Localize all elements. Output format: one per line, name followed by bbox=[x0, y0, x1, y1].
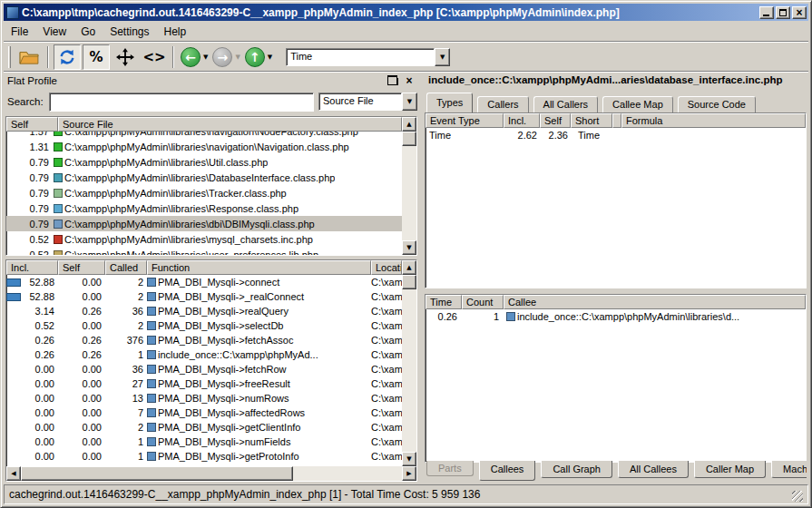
column-header-self[interactable]: Self bbox=[540, 113, 571, 128]
grouping-dropdown-button[interactable]: ▼ bbox=[402, 93, 417, 111]
column-header-called[interactable]: Called bbox=[105, 260, 147, 275]
flat-profile-panel: Flat Profile × Search: Source File ▼ Sel… bbox=[4, 73, 419, 483]
function-hscrollbar[interactable]: ◀ ▶ bbox=[6, 466, 416, 481]
vscroll-track[interactable] bbox=[402, 289, 416, 452]
function-row[interactable]: 0.000.0036PMA_DBI_Mysqli->fetchRowC:\xam… bbox=[6, 362, 402, 376]
tab-callers[interactable]: Callers bbox=[477, 96, 528, 112]
function-row[interactable]: 0.000.002PMA_DBI_Mysqli->getClientInfoC:… bbox=[6, 420, 402, 435]
column-header-function[interactable]: Function bbox=[147, 260, 371, 275]
minimize-button[interactable] bbox=[759, 6, 774, 19]
menu-settings[interactable]: Settings bbox=[103, 24, 156, 40]
move-button[interactable] bbox=[112, 44, 139, 70]
tab-types[interactable]: Types bbox=[426, 93, 473, 112]
grouping-selector[interactable]: Source File ▼ bbox=[318, 93, 417, 111]
back-button[interactable]: ← bbox=[181, 47, 201, 67]
function-row[interactable]: 0.520.002PMA_DBI_Mysqli->selectDbC:\xamp… bbox=[6, 318, 402, 333]
event-type-selector[interactable]: Time ▼ bbox=[286, 48, 450, 66]
column-header-incl[interactable]: Incl. bbox=[6, 260, 58, 275]
scroll-left-button[interactable]: ◀ bbox=[6, 466, 21, 481]
event-type-row[interactable]: Time 2.62 2.36 Time bbox=[426, 128, 806, 142]
search-input[interactable] bbox=[49, 93, 314, 112]
function-row[interactable]: 3.140.2636PMA_DBI_Mysqli->realQueryC:\xa… bbox=[6, 304, 402, 318]
function-cell: PMA_DBI_Mysqli->getClientInfo bbox=[147, 422, 371, 433]
function-row[interactable]: 52.880.002PMA_DBI_Mysqli->_realConnectC:… bbox=[6, 289, 402, 304]
scroll-right-button[interactable]: ▶ bbox=[402, 466, 416, 481]
source-file-row[interactable]: 0.79C:\xampp\phpMyAdmin\libraries\Tracke… bbox=[6, 185, 402, 200]
column-header-event-type[interactable]: Event Type bbox=[426, 113, 504, 128]
source-file-row[interactable]: 1.57C:\xampp\phpMyAdmin\libraries\naviga… bbox=[6, 132, 402, 139]
self-cost-value: 0.26 bbox=[58, 306, 105, 317]
column-header-formula[interactable]: Formula bbox=[621, 113, 806, 128]
self-cost-value: 0.52 bbox=[6, 249, 54, 256]
forward-dropdown-caret[interactable]: ▼ bbox=[235, 54, 240, 61]
back-dropdown-caret[interactable]: ▼ bbox=[203, 54, 208, 61]
up-dropdown-caret[interactable]: ▼ bbox=[268, 54, 272, 61]
source-file-row[interactable]: 0.52C:\xampp\phpMyAdmin\libraries\mysql_… bbox=[6, 231, 402, 247]
scroll-up-button[interactable]: ▲ bbox=[402, 117, 416, 132]
self-cost-value: 0.00 bbox=[58, 422, 105, 433]
tab-call-graph[interactable]: Call Graph bbox=[541, 461, 612, 478]
vscroll-thumb[interactable] bbox=[402, 132, 416, 146]
tab-callees[interactable]: Callees bbox=[479, 461, 536, 481]
source-file-row[interactable]: 1.31C:\xampp\phpMyAdmin\libraries\naviga… bbox=[6, 139, 402, 154]
scroll-down-button[interactable]: ▼ bbox=[402, 240, 416, 255]
tab-caller-map[interactable]: Caller Map bbox=[694, 461, 766, 478]
forward-button[interactable]: → bbox=[212, 47, 232, 67]
column-header-time[interactable]: Time bbox=[426, 295, 462, 309]
function-row[interactable]: 0.000.007PMA_DBI_Mysqli->affectedRowsC:\… bbox=[6, 405, 402, 420]
maximize-button[interactable] bbox=[776, 6, 790, 19]
vscroll-track[interactable] bbox=[402, 146, 416, 240]
open-file-button[interactable] bbox=[15, 44, 43, 70]
up-button[interactable]: ↑ bbox=[245, 47, 265, 67]
event-type-dropdown-button[interactable]: ▼ bbox=[435, 48, 450, 66]
column-header-callee[interactable]: Callee bbox=[504, 295, 806, 309]
tab-all-callers[interactable]: All Callers bbox=[533, 96, 599, 112]
title-bar[interactable]: C:\xampp\tmp\cachegrind.out.1416463299-C… bbox=[4, 4, 808, 21]
source-file-row[interactable]: 0.79C:\xampp\phpMyAdmin\libraries\Databa… bbox=[6, 170, 402, 185]
callee-row[interactable]: 0.26 1 include_once::C:\xampp\phpMyAdmin… bbox=[426, 309, 806, 324]
function-row[interactable]: 0.000.001PMA_DBI_Mysqli->getProtoInfoC:\… bbox=[6, 449, 402, 464]
source-file-row[interactable]: 0.79C:\xampp\phpMyAdmin\libraries\Respon… bbox=[6, 200, 402, 216]
source-file-row[interactable]: 0.79C:\xampp\phpMyAdmin\libraries\dbi\DB… bbox=[6, 216, 402, 231]
column-header-self[interactable]: Self bbox=[58, 260, 105, 275]
vscroll-thumb[interactable] bbox=[402, 275, 416, 289]
function-row[interactable]: 0.260.261include_once::C:\xampp\phpMyAd.… bbox=[6, 347, 402, 362]
dock-close-button[interactable]: × bbox=[403, 74, 416, 86]
cycle-detection-button[interactable]: <> bbox=[141, 44, 168, 70]
source-file-vscrollbar[interactable]: ▲ ▼ bbox=[402, 117, 416, 255]
relative-percent-button[interactable]: % bbox=[83, 44, 110, 70]
resize-grip[interactable] bbox=[792, 491, 803, 502]
toolbar-handle[interactable] bbox=[8, 46, 11, 68]
column-header-location[interactable]: Location bbox=[371, 260, 402, 275]
close-button[interactable]: × bbox=[792, 6, 807, 19]
column-header-incl[interactable]: Incl. bbox=[504, 113, 540, 128]
scroll-down-button[interactable]: ▼ bbox=[402, 452, 416, 466]
column-header-count[interactable]: Count bbox=[462, 295, 504, 309]
function-row[interactable]: 0.000.001PMA_DBI_Mysqli->numFieldsC:\xam… bbox=[6, 435, 402, 449]
tab-source-code[interactable]: Source Code bbox=[678, 96, 756, 112]
column-header-spacer[interactable] bbox=[612, 113, 621, 128]
menu-help[interactable]: Help bbox=[157, 24, 194, 40]
hscroll-track[interactable] bbox=[293, 466, 402, 481]
tab-callee-map[interactable]: Callee Map bbox=[602, 96, 673, 112]
column-header-short[interactable]: Short bbox=[571, 113, 612, 128]
column-header-self[interactable]: Self bbox=[6, 117, 58, 132]
scroll-up-button[interactable]: ▲ bbox=[402, 260, 416, 275]
column-header-source-file[interactable]: Source File bbox=[58, 117, 402, 132]
function-row[interactable]: 0.260.26376PMA_DBI_Mysqli->fetchAssocC:\… bbox=[6, 333, 402, 347]
tab-machine[interactable]: Machine bbox=[771, 461, 807, 478]
source-file-row[interactable]: 0.52C:\xampp\phpMyAdmin\libraries\user_p… bbox=[6, 247, 402, 255]
tab-all-callees[interactable]: All Callees bbox=[618, 461, 689, 478]
source-file-row[interactable]: 0.79C:\xampp\phpMyAdmin\libraries\Util.c… bbox=[6, 154, 402, 170]
dock-float-button[interactable] bbox=[386, 74, 399, 86]
refresh-button[interactable] bbox=[54, 44, 81, 70]
function-row[interactable]: 0.000.0013PMA_DBI_Mysqli->numRowsC:\xamp… bbox=[6, 391, 402, 405]
function-row[interactable]: 0.000.0027PMA_DBI_Mysqli->freeResultC:\x… bbox=[6, 376, 402, 391]
function-icon bbox=[147, 379, 156, 388]
menu-file[interactable]: File bbox=[4, 24, 35, 40]
function-row[interactable]: 52.880.002PMA_DBI_Mysqli->connectC:\xamp… bbox=[6, 275, 402, 289]
menu-view[interactable]: View bbox=[35, 24, 73, 40]
hscroll-thumb[interactable] bbox=[21, 466, 293, 481]
function-vscrollbar[interactable]: ▲ ▼ bbox=[402, 260, 416, 466]
menu-go[interactable]: Go bbox=[73, 24, 103, 40]
